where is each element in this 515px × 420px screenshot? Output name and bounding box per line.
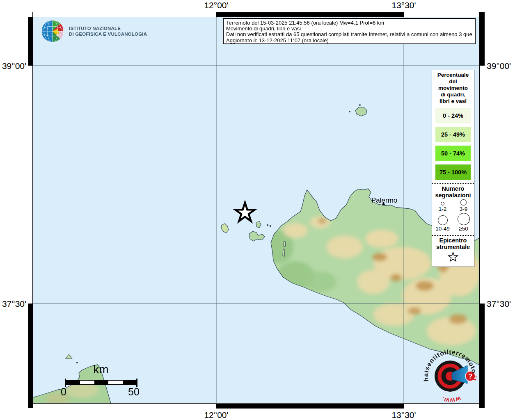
frame-segment [28, 17, 32, 66]
circle-icon-xlarge [458, 213, 470, 225]
frame-segment [28, 304, 32, 408]
frame-segment [480, 12, 485, 66]
islet [349, 111, 350, 112]
scale-bar: km 0 50 [57, 363, 152, 396]
legend-panel: Percentuale del movimento di quadri, lib… [432, 70, 474, 267]
ingv-wordmark: ISTITUTO NAZIONALE DI GEOFISICA E VULCAN… [69, 25, 147, 37]
reports-size-50plus: ≥50 [453, 213, 474, 232]
ingv-line2: DI GEOFISICA E VULCANOLOGIA [69, 31, 147, 37]
legend-title: Percentuale del movimento di quadri, lib… [432, 70, 474, 105]
legend-class-25-49: 25 - 49% [435, 127, 471, 142]
reports-size-3-9: 3-9 [453, 199, 474, 212]
axis-label-left-lat2: 37°30' [0, 299, 26, 309]
map-canvas: Palermo [33, 17, 479, 403]
info-line-subject: Movimento di quadri, libri e vasi [226, 26, 472, 32]
watermark-logo: ? haisentitoilterremoto.it www. [421, 347, 479, 406]
islet [267, 224, 268, 226]
ingv-line1: ISTITUTO NAZIONALE [69, 25, 147, 31]
watermark-text-www: www. [440, 395, 462, 404]
axis-label-left-lat1: 39°00' [0, 61, 26, 71]
axis-label-bottom-lon2: 13°30' [379, 410, 428, 420]
frame-segment [216, 404, 404, 409]
epicenter-title: Epicentro strumentale [432, 236, 474, 250]
axis-label-right-lat1: 39°00' [487, 61, 511, 71]
circle-icon-small [441, 202, 444, 205]
legend-class-0-24: 0 - 24% [435, 108, 471, 123]
page: 12°00' 13°30' 12°00' 13°30' 39°00' 37°30… [0, 0, 515, 420]
axis-label-top-lon1: 12°00' [192, 0, 241, 10]
axis-label-right-lat2: 37°30' [487, 299, 511, 309]
map-frame-left [28, 12, 33, 408]
scale-unit-label: km [85, 363, 117, 376]
info-box: Terremoto del 15-03-2025 21:45:56 (ora l… [223, 18, 476, 44]
map-viewport: Palermo [33, 17, 479, 403]
axis-label-top-lon2: 13°30' [379, 0, 428, 10]
haisentitoilterremoto-logo-icon: ? haisentitoilterremoto.it www. [421, 347, 479, 405]
epicenter-star-legend-icon [448, 252, 458, 262]
ingv-globe-icon [40, 19, 65, 43]
scale-start-label: 0 [61, 386, 66, 398]
info-line-updated: Aggiornato il: 13-12-2025 11:07 (ora loc… [226, 38, 472, 43]
scale-bar-segments [66, 380, 137, 385]
frame-segment [216, 12, 404, 17]
circle-icon-large [438, 215, 448, 225]
island-stagnone-2 [283, 249, 285, 256]
ingv-logo: ISTITUTO NAZIONALE DI GEOFISICA E VULCAN… [40, 19, 147, 43]
reports-title: Numero segnalazioni [432, 184, 474, 199]
frame-segment [480, 304, 485, 408]
legend-class-75-100: 75 - 100% [435, 164, 471, 180]
map-frame-top [33, 12, 479, 17]
axis-label-bottom-lon1: 12°00' [192, 410, 241, 420]
reports-size-10-49: 10-49 [432, 213, 453, 232]
map-frame-right [479, 12, 484, 408]
legend-class-50-74: 50 - 74% [435, 146, 471, 161]
map-frame-bottom [33, 403, 479, 408]
island-stagnone [284, 241, 286, 247]
palermo-label: Palermo [371, 196, 397, 204]
scale-end-label: 50 [128, 386, 140, 398]
circle-icon-medium [460, 199, 467, 205]
islet [359, 105, 361, 106]
info-line-event: Terremoto del 15-03-2025 21:45:56 (ora l… [226, 20, 472, 26]
info-line-source: Dati non verificati estratti da 65 quest… [226, 32, 472, 37]
reports-size-1-2: 1-2 [432, 199, 453, 212]
islet [270, 225, 271, 226]
reports-sizes: 1-2 3-9 10-49 ≥50 [432, 199, 474, 232]
